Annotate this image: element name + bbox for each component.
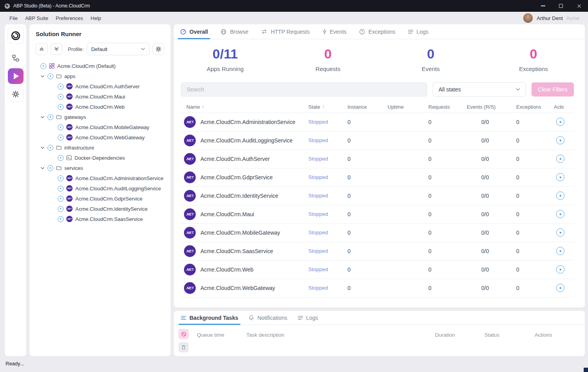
start-app-button[interactable] [556, 228, 564, 237]
solution-explorer-button[interactable] [8, 50, 24, 66]
chevron-down-icon[interactable] [40, 146, 45, 150]
column-header-uptime: Uptime [386, 104, 426, 110]
tree-item[interactable]: .NET apps [36, 71, 164, 81]
run-icon[interactable] [58, 175, 64, 181]
start-app-button[interactable] [556, 173, 564, 181]
chevron-down-icon[interactable] [40, 166, 45, 170]
start-app-button[interactable] [556, 155, 564, 163]
table-row[interactable]: .NET Acme.CloudCrm.IdentityService Stopp… [181, 187, 574, 205]
tree-item[interactable]: .NET Acme.CloudCrm.IdentityService [36, 204, 164, 214]
run-icon[interactable] [58, 124, 64, 130]
tab-bottom-logs[interactable]: Logs [298, 311, 318, 325]
table-row[interactable]: .NET Acme.CloudCrm.SaasService Stopped 0… [181, 242, 574, 261]
run-icon[interactable] [58, 196, 64, 202]
tree-item[interactable]: .NET infrastructure [36, 142, 164, 153]
chevron-down-icon[interactable] [40, 74, 45, 78]
start-app-button[interactable] [556, 210, 564, 218]
tree-item[interactable]: .NET Acme.CloudCrm.WebGateway [36, 132, 164, 142]
container-icon [66, 155, 72, 160]
events-cell: 0/0 [465, 230, 514, 236]
run-icon[interactable] [58, 135, 64, 140]
requests-cell: 0 [426, 230, 465, 236]
tab-logs[interactable]: Logs [408, 24, 428, 39]
menu-item[interactable]: Help [91, 15, 101, 21]
run-icon[interactable] [47, 145, 53, 151]
run-icon[interactable] [58, 206, 64, 212]
tab-exceptions[interactable]: Exceptions [359, 24, 395, 39]
tab-notifications[interactable]: Notifications [248, 311, 287, 325]
tree-item[interactable]: .NET Acme.CloudCrm.AdministrationService [36, 173, 164, 183]
tree-item[interactable]: .NET services [36, 163, 164, 173]
close-button[interactable] [570, 0, 588, 12]
collapse-all-button[interactable] [36, 43, 47, 55]
run-icon[interactable] [58, 94, 64, 100]
run-icon[interactable] [58, 104, 64, 110]
run-icon[interactable] [47, 73, 53, 79]
avatar[interactable] [523, 13, 533, 23]
run-icon[interactable] [58, 155, 64, 161]
start-app-button[interactable] [556, 118, 564, 126]
tree-item[interactable]: .NET Acme.CloudCrm.Web [36, 102, 164, 112]
run-icon[interactable] [47, 114, 53, 120]
cancel-tasks-button[interactable] [178, 329, 189, 339]
state-cell: Stopped [306, 119, 346, 125]
resize-grip[interactable] [584, 368, 588, 372]
tab-overall[interactable]: Overall [180, 24, 208, 39]
menu-item[interactable]: File [9, 15, 18, 21]
settings-button[interactable] [8, 86, 24, 102]
tree-item[interactable]: .NET gateways [36, 112, 164, 122]
start-app-button[interactable] [556, 284, 564, 292]
tree-item-label: infrastructure [64, 145, 94, 151]
play-icon [560, 139, 562, 142]
solution-runner-button[interactable] [8, 68, 24, 84]
tree-item[interactable]: .NET Acme.CloudCrm.MobileGateway [36, 122, 164, 132]
expand-all-button[interactable] [51, 43, 62, 55]
state-cell: Stopped [306, 193, 346, 199]
start-app-button[interactable] [556, 265, 564, 274]
run-icon[interactable] [58, 186, 64, 191]
chevron-down-icon[interactable] [40, 115, 45, 119]
task-column-header: Task description [246, 332, 435, 338]
clear-filters-button[interactable]: Clear Filters [532, 82, 574, 97]
table-row[interactable]: .NET Acme.CloudCrm.Web Stopped 0 0 0/0 0 [181, 261, 574, 279]
tab-http-requests[interactable]: HTTP Requests [261, 24, 309, 39]
run-icon[interactable] [47, 165, 53, 171]
maximize-button[interactable] [552, 0, 570, 12]
menu-item[interactable]: Preferences [56, 15, 83, 21]
table-row[interactable]: .NET Acme.CloudCrm.AuditLoggingService S… [181, 131, 574, 150]
tab-background-tasks[interactable]: Background Tasks [181, 311, 238, 325]
tree-item[interactable]: .NET Acme.CloudCrm.GdprService [36, 193, 164, 204]
table-row[interactable]: .NET Acme.CloudCrm.MobileGateway Stopped… [181, 224, 574, 242]
requests-cell: 0 [426, 211, 465, 217]
table-row[interactable]: .NET Acme.CloudCrm.GdprService Stopped 0… [181, 168, 574, 187]
start-app-button[interactable] [556, 247, 564, 255]
tree-item[interactable]: .NET Acme.CloudCrm (Default) [36, 61, 164, 71]
profile-settings-button[interactable] [153, 43, 164, 55]
tree-item[interactable]: .NET Acme.CloudCrm.SaasService [36, 214, 164, 224]
start-app-button[interactable] [556, 136, 564, 144]
column-header-name[interactable]: Name ↑ [181, 104, 306, 110]
run-icon[interactable] [58, 216, 64, 222]
tree-item[interactable]: .NET Acme.CloudCrm.Maui [36, 91, 164, 102]
column-header-state[interactable]: State ↑ [306, 104, 346, 110]
table-row[interactable]: .NET Acme.CloudCrm.WebGateway Stopped 0 … [181, 279, 574, 297]
table-row[interactable]: .NET Acme.CloudCrm.Maui Stopped 0 0 0/0 … [181, 205, 574, 224]
table-row[interactable]: .NET Acme.CloudCrm.AdministrationService… [181, 113, 574, 131]
search-input[interactable] [181, 82, 427, 97]
minimize-button[interactable] [534, 0, 552, 12]
run-icon[interactable] [58, 84, 64, 89]
tab-browse[interactable]: Browse [220, 24, 248, 39]
tree-item[interactable]: .NET Acme.CloudCrm.AuditLoggingService [36, 183, 164, 193]
sort-asc-icon: ↑ [322, 104, 324, 109]
state-filter-select[interactable]: All states [433, 82, 526, 97]
menu-item[interactable]: ABP Suite [25, 15, 48, 21]
start-app-button[interactable] [556, 191, 564, 200]
user-menu[interactable]: Arthur Dent Acme [523, 13, 579, 23]
tab-events[interactable]: Events [322, 24, 347, 39]
tree-item[interactable]: .NET Acme.CloudCrm.AuthServer [36, 81, 164, 91]
tree-item[interactable]: .NET Docker-Dependencies [36, 153, 164, 163]
run-icon[interactable] [40, 63, 46, 69]
clear-tasks-button[interactable] [178, 342, 189, 352]
profile-select[interactable]: Default [87, 43, 149, 55]
table-row[interactable]: .NET Acme.CloudCrm.AuthServer Stopped 0 … [181, 150, 574, 168]
